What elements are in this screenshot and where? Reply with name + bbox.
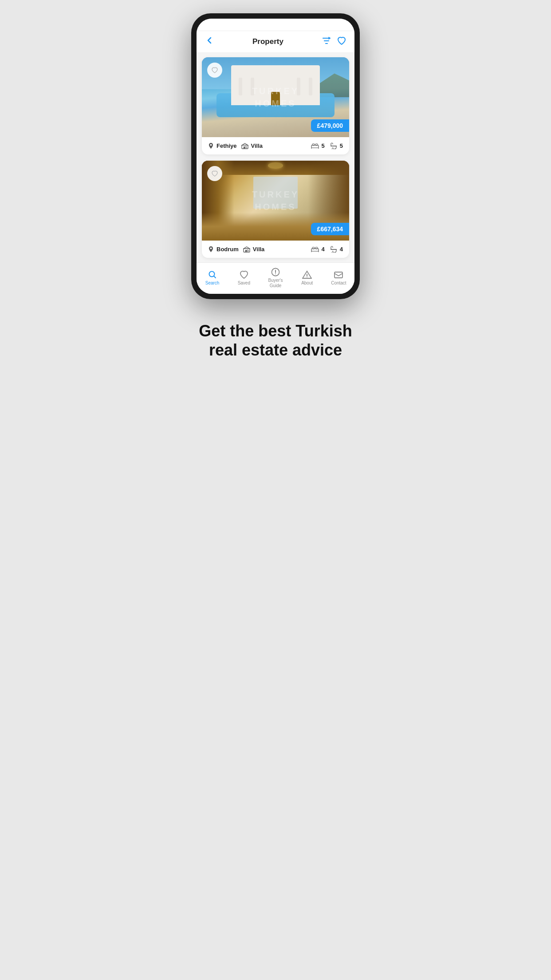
contact-tab-icon: [334, 270, 343, 280]
svg-rect-9: [247, 250, 248, 251]
back-button[interactable]: [205, 36, 214, 48]
sort-icon[interactable]: [322, 36, 331, 48]
heart-icon[interactable]: [337, 36, 346, 48]
property-type-1: Villa: [241, 142, 263, 149]
favorite-button-1[interactable]: [207, 63, 222, 78]
price-badge-2: £667,634: [311, 223, 349, 235]
phone-screen: Property: [197, 19, 354, 294]
tab-about[interactable]: About: [291, 265, 323, 290]
tab-about-label: About: [301, 281, 313, 286]
property-card-1[interactable]: TURKEY HOMES £479,000: [202, 57, 349, 154]
promo-section: Get the best Turkish real estate advice: [184, 299, 367, 377]
price-badge-1: £479,000: [311, 119, 349, 132]
tab-search-label: Search: [205, 281, 220, 286]
location-2: Bodrum: [208, 246, 239, 253]
svg-point-18: [307, 277, 307, 278]
about-tab-icon: [302, 270, 312, 280]
tab-contact[interactable]: Contact: [323, 265, 354, 290]
tab-search[interactable]: Search: [197, 265, 228, 290]
card-details-2: Bodrum Villa: [202, 241, 349, 258]
card-details-1: Fethiye Villa: [202, 137, 349, 154]
promo-text: Get the best Turkish real estate advice: [197, 321, 354, 360]
tab-contact-label: Contact: [331, 281, 346, 286]
property-type-2: Villa: [243, 246, 265, 253]
app-header: Property: [197, 31, 354, 53]
svg-rect-2: [245, 146, 247, 148]
svg-rect-8: [245, 250, 247, 252]
svg-point-16: [275, 273, 276, 274]
tab-bar: Search Saved Buyer'sGuide: [197, 262, 354, 294]
status-bar: [197, 19, 354, 31]
beds-baths-1: 5 5: [311, 142, 343, 149]
search-tab-icon: [208, 270, 217, 280]
tab-buyers-guide-label: Buyer'sGuide: [268, 278, 283, 288]
card-image-container-1: TURKEY HOMES £479,000: [202, 57, 349, 137]
favorite-button-2[interactable]: [207, 166, 222, 181]
location-1: Fethiye: [208, 142, 237, 149]
cards-area: TURKEY HOMES £479,000: [197, 53, 354, 262]
property-card-2[interactable]: TURKEY HOMES £667,634: [202, 161, 349, 258]
baths-1: 5: [330, 142, 343, 149]
saved-tab-icon: [239, 270, 249, 280]
svg-rect-1: [244, 146, 245, 149]
tab-saved[interactable]: Saved: [228, 265, 260, 290]
tab-buyers-guide[interactable]: Buyer'sGuide: [260, 265, 291, 290]
tab-saved-label: Saved: [238, 281, 250, 286]
beds-baths-2: 4 4: [311, 246, 343, 253]
card-image-container-2: TURKEY HOMES £667,634: [202, 161, 349, 241]
phone-frame: Property: [191, 13, 360, 299]
baths-2: 4: [330, 246, 343, 253]
svg-rect-19: [335, 272, 342, 278]
header-actions: [322, 36, 346, 48]
beds-1: 5: [311, 142, 325, 149]
page-wrapper: Property: [184, 0, 367, 377]
beds-2: 4: [311, 246, 325, 253]
buyers-guide-tab-icon: [271, 267, 280, 277]
page-title: Property: [252, 37, 283, 46]
